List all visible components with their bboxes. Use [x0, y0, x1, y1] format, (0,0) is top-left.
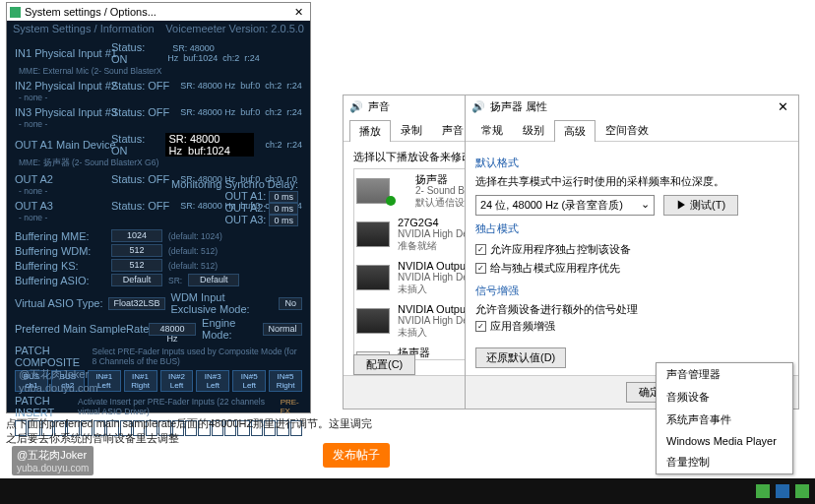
cb1-label: 允许应用程序独占控制该设备 [490, 242, 631, 257]
wdm-label: WDM Input Exclusive Mode: [171, 291, 274, 315]
chevron-down-icon: ⌄ [641, 198, 650, 211]
exclusive-mode-label: 独占模式 [475, 221, 788, 236]
prop-title: 扬声器 属性 [490, 99, 547, 114]
vm-header-left: System Settings / Information [13, 23, 155, 34]
composite-channel-button[interactable]: IN#3 Left [196, 370, 229, 392]
io-row: OUT A1 Main DeviceStatus: ON SR: 48000 H… [15, 132, 302, 158]
close-icon[interactable]: ✕ [290, 6, 307, 19]
device-icon [356, 308, 390, 334]
prefx-label[interactable]: PRE-FX [281, 398, 302, 415]
composite-channel-button[interactable]: IN#5 Right [269, 370, 302, 392]
io-row: IN1 Physical Input #1Status: ON SR: 4800… [15, 40, 302, 66]
pms-value[interactable]: 48000 Hz [149, 323, 196, 336]
io-row: IN3 Physical Input #3Status: OFF SR: 480… [15, 105, 302, 119]
vm-title-text: System settings / Options... [25, 6, 157, 18]
configure-button[interactable]: 配置(C) [353, 354, 415, 375]
buffer-input[interactable]: Default [111, 274, 162, 286]
engine-label: Engine Mode: [202, 317, 257, 341]
engine-value[interactable]: Normal [263, 323, 302, 336]
tab-录制[interactable]: 录制 [391, 119, 432, 141]
voicemeeter-settings-window: System settings / Options... ✕ System Se… [6, 2, 311, 413]
device-icon [356, 265, 390, 290]
tab-播放[interactable]: 播放 [349, 120, 391, 142]
buffer-input[interactable]: 1024 [111, 229, 162, 242]
checkbox-audio-enhance[interactable]: ✓ [475, 321, 486, 332]
patch-comp-sub: Select PRE-Fader Inputs used by Composit… [93, 346, 302, 366]
wdm-value[interactable]: No [279, 297, 302, 310]
tab-空间音效[interactable]: 空间音效 [596, 119, 658, 141]
device-icon [356, 178, 390, 204]
checkbox-exclusive-priority[interactable]: ✓ [475, 263, 486, 274]
vm-header: System Settings / Information Voicemeete… [7, 21, 310, 36]
virtual-asio-value[interactable]: Float32LSB [108, 297, 164, 310]
tab-级别[interactable]: 级别 [513, 119, 554, 141]
vm-header-right: Voicemeeter Version: 2.0.5.0 [165, 23, 304, 34]
taskbar[interactable] [0, 478, 815, 504]
system-tray [756, 484, 815, 498]
composite-channel-button[interactable]: BUS ch1 [15, 370, 48, 392]
buffer-input[interactable]: 512 [111, 244, 162, 257]
cb3-label: 应用音频增强 [490, 319, 555, 334]
signal-enhance-hint: 允许音频设备进行额外的信号处理 [475, 302, 788, 317]
composite-channel-button[interactable]: IN#5 Left [232, 370, 266, 392]
vm-app-icon [10, 7, 21, 18]
watermark-overlay: @五花肉Jokeryuba.douyu.com [12, 446, 94, 475]
context-menu-item[interactable]: 系统声音事件 [657, 409, 792, 431]
signal-enhance-label: 信号增强 [475, 284, 788, 298]
tray-icon[interactable] [776, 484, 789, 498]
composite-channel-button[interactable]: BUS ch2 [51, 370, 85, 392]
checkbox-exclusive-control[interactable]: ✓ [475, 244, 486, 255]
context-menu-item[interactable]: Windows Media Player [657, 431, 792, 451]
sync-value[interactable]: 0 ms [269, 215, 298, 226]
tab-高级[interactable]: 高级 [554, 120, 596, 142]
tab-常规[interactable]: 常规 [471, 119, 513, 141]
publish-button[interactable]: 发布帖子 [323, 443, 390, 468]
tray-icon[interactable] [795, 484, 809, 498]
close-icon[interactable]: ✕ [774, 99, 792, 114]
patch-insert-label: PATCH INSERT [15, 395, 74, 418]
speaker-icon: 🔊 [349, 100, 363, 113]
context-menu-item[interactable]: 音频设备 [657, 386, 792, 409]
tray-context-menu: 声音管理器音频设备系统声音事件Windows Media Player音量控制 [656, 362, 793, 474]
cb2-label: 给与独占模式应用程序优先 [490, 261, 620, 276]
default-badge-icon [386, 196, 396, 206]
speaker-icon: 🔊 [471, 100, 485, 113]
patch-composite-label: PATCH COMPOSITE [15, 345, 89, 368]
prop-titlebar[interactable]: 🔊 扬声器 属性 ✕ [466, 95, 798, 117]
default-format-label: 默认格式 [475, 156, 788, 170]
prop-tabs: 常规级别高级空间音效 [466, 117, 798, 142]
patch-ins-sub: Activate Insert per PRE-Fader Inputs (22… [78, 397, 277, 416]
io-row: IN2 Physical Input #2Status: OFF SR: 480… [15, 79, 302, 93]
context-menu-item[interactable]: 音量控制 [657, 451, 792, 473]
composite-channel-button[interactable]: IN#1 Right [124, 370, 157, 392]
restore-defaults-button[interactable]: 还原默认值(D) [475, 347, 566, 368]
test-button[interactable]: ▶ 测试(T) [663, 195, 738, 216]
virtual-asio-label: Virtual ASIO Type: [15, 297, 102, 309]
vm-titlebar[interactable]: System settings / Options... ✕ [7, 3, 310, 21]
instruction-text: 点下面的preferred main samplerate后面的48000HZ那… [6, 416, 380, 446]
composite-channel-button[interactable]: IN#2 Left [160, 370, 194, 392]
tray-icon[interactable] [756, 484, 770, 498]
buffer-input[interactable]: 512 [111, 259, 162, 272]
sound-title: 声音 [368, 99, 390, 114]
context-menu-item[interactable]: 声音管理器 [657, 363, 792, 386]
device-icon [356, 221, 390, 247]
format-select[interactable]: 24 位, 48000 Hz (录音室音质)⌄ [475, 195, 655, 216]
default-format-hint: 选择在共享模式中运行时使用的采样频率和位深度。 [475, 174, 788, 189]
pms-label: Preferred Main SampleRate: [15, 323, 143, 335]
composite-channel-button[interactable]: IN#1 Left [88, 370, 121, 392]
